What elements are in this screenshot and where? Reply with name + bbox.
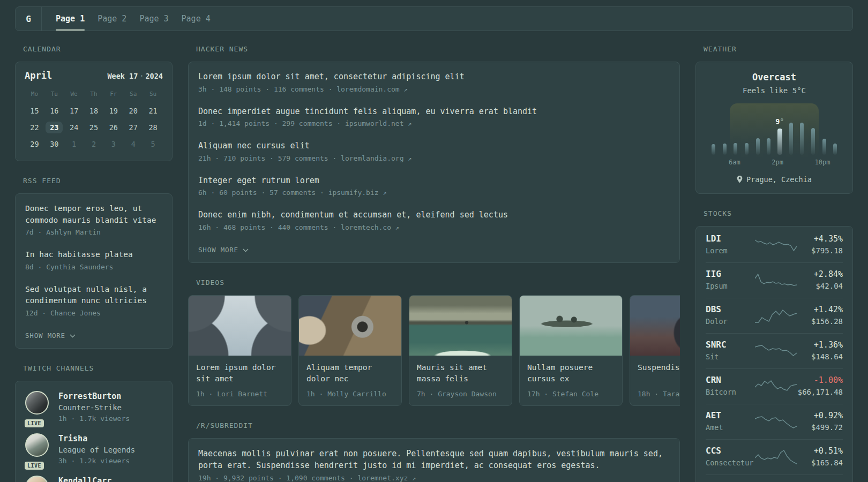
- dot-separator: ·: [139, 72, 144, 80]
- stock-sparkline: [755, 343, 797, 359]
- weather-bar: [756, 138, 760, 155]
- twitch-section-title: TWITCH CHANNELS: [23, 364, 173, 372]
- weather-bar-slot: 9°: [774, 106, 785, 155]
- weather-tick-label: 10pm: [815, 159, 830, 166]
- weekday-label: Mo: [25, 88, 44, 102]
- subreddit-section-title: /R/SUBREDDIT: [196, 421, 680, 430]
- stock-row[interactable]: LDILorem+4.35%$795.18: [706, 228, 843, 262]
- stock-change: +0.51%: [797, 446, 843, 456]
- twitch-widget: TWITCH CHANNELS LIVEForrestBurtonCounter…: [15, 364, 173, 482]
- news-item-title[interactable]: Lorem ipsum dolor sit amet, consectetur …: [198, 71, 670, 83]
- rss-item-title[interactable]: Sed volutpat nulla nisl, a condimentum n…: [25, 284, 162, 307]
- weather-bar-slot: [741, 106, 752, 155]
- page-tabs: Page 1Page 2Page 3Page 4: [42, 7, 211, 31]
- weather-bar-slot: [819, 106, 830, 155]
- news-item: Integer eget rutrum lorem6h · 60 points …: [198, 175, 670, 199]
- weather-bars: 9°: [708, 106, 841, 155]
- stock-sparkline: [755, 449, 797, 465]
- news-item: Aliquam nec cursus elit21h · 710 points …: [198, 140, 670, 164]
- stock-symbol: IIG: [706, 269, 755, 280]
- left-column: CALENDAR April Week 17·2024 MoTuWeThFrSa…: [15, 45, 173, 482]
- weather-bar: [833, 144, 837, 155]
- video-card[interactable]: Lorem ipsum dolor sit amet consectetu…1h…: [188, 295, 291, 406]
- chevron-down-wrap: [70, 332, 76, 340]
- news-item-title[interactable]: Integer eget rutrum lorem: [198, 175, 670, 187]
- nav-tab-page-4[interactable]: Page 4: [182, 7, 211, 31]
- weekday-label: Su: [143, 88, 163, 102]
- stock-name: Sit: [706, 351, 755, 362]
- weather-section-title: WEATHER: [704, 45, 853, 53]
- twitch-avatar: [25, 391, 49, 415]
- weather-bar-slot: [752, 106, 764, 155]
- calendar-section-title: CALENDAR: [23, 45, 173, 53]
- stock-name: Lorem: [706, 245, 755, 256]
- rss-item-title[interactable]: Donec tempor eros leo, ut commodo mauris…: [25, 203, 162, 226]
- video-thumbnail-canoe: [520, 296, 622, 356]
- weekday-label: Th: [84, 88, 104, 102]
- weather-condition: Overcast: [707, 72, 842, 82]
- video-meta: 18h · Tara: [638, 390, 680, 398]
- twitch-avatar-wrap: [25, 476, 50, 482]
- stock-sparkline: [755, 378, 797, 394]
- stock-row[interactable]: CRNBitcorn-1.00%$66,171.48: [706, 368, 843, 404]
- video-card-body: Aliquam tempor dolor nec pharetra…1h · M…: [299, 356, 401, 405]
- post-title[interactable]: Maecenas mollis pulvinar erat non posuer…: [198, 448, 670, 471]
- app-logo[interactable]: G: [16, 7, 42, 31]
- weather-bar-slot: [763, 106, 774, 155]
- stock-values: +1.36%$148.64: [797, 340, 843, 362]
- calendar-day: 29: [25, 135, 44, 152]
- hackernews-section-title: HACKER NEWS: [196, 45, 680, 53]
- stock-row[interactable]: DBSDolor+1.42%$156.28: [706, 298, 843, 333]
- weather-bar: [712, 144, 715, 155]
- stock-values: +1.42%$156.28: [797, 304, 843, 327]
- degree-symbol: °: [780, 117, 784, 126]
- nav-tab-page-1[interactable]: Page 1: [56, 7, 85, 31]
- weather-tick-label: [804, 159, 815, 166]
- show-more-label: SHOW MORE: [198, 246, 238, 254]
- stock-row[interactable]: AETAmet+0.92%$499.72: [706, 404, 843, 439]
- weather-chart: 9° 6am2pm10pm: [708, 106, 841, 166]
- weather-bar: [822, 139, 826, 155]
- channel-meta: 1h · 1.7k viewers: [58, 413, 130, 424]
- twitch-channel-row[interactable]: LIVEForrestBurtonCounter-Strike1h · 1.7k…: [25, 391, 162, 424]
- stock-row[interactable]: CCSConsectetur+0.51%$165.84: [706, 439, 843, 475]
- calendar-day: 5: [143, 135, 163, 152]
- calendar-day: 30: [44, 135, 64, 152]
- show-more-button[interactable]: SHOW MORE: [198, 246, 249, 254]
- weather-tick-label: [794, 159, 805, 166]
- stock-id: CCSConsectetur: [706, 446, 755, 468]
- channel-name: KendallCarr: [58, 476, 111, 482]
- video-title: Lorem ipsum dolor sit amet consectetu…: [196, 362, 283, 385]
- calendar-day: 27: [123, 119, 143, 135]
- stock-symbol: SNRC: [706, 340, 755, 350]
- channel-name: Trisha: [58, 434, 135, 444]
- nav-tab-page-3[interactable]: Page 3: [139, 7, 168, 31]
- show-more-button[interactable]: SHOW MORE: [25, 332, 76, 340]
- stock-row[interactable]: SNRCSit+1.36%$148.64: [706, 333, 843, 368]
- twitch-channel-row[interactable]: LIVETrishaLeague of Legends3h · 1.2k vie…: [25, 433, 162, 466]
- video-card[interactable]: Nullam posuere cursus ex17h · Stefan Col…: [519, 295, 623, 406]
- video-card[interactable]: Suspendisse diam18h · Tara: [630, 295, 680, 406]
- twitch-channel-row[interactable]: KendallCarr: [25, 476, 162, 482]
- stock-price: $795.18: [797, 245, 843, 256]
- stock-sparkline: [755, 413, 797, 430]
- external-link-icon: ↗: [412, 475, 416, 482]
- stock-row[interactable]: IIGIpsum+2.84%$42.04: [706, 262, 843, 298]
- rss-item-title[interactable]: In hac habitasse platea: [25, 249, 162, 261]
- stocks-widget: STOCKS LDILorem+4.35%$795.18IIGIpsum+2.8…: [695, 209, 853, 482]
- external-link-icon: ↗: [408, 155, 411, 162]
- nav-tab-page-2[interactable]: Page 2: [98, 7, 126, 31]
- news-item: Donec imperdiet augue tincidunt felis al…: [198, 106, 670, 130]
- news-item-title[interactable]: Donec imperdiet augue tincidunt felis al…: [198, 106, 670, 118]
- stock-row[interactable]: AHS+0.46%: [706, 475, 843, 482]
- video-card[interactable]: Mauris sit amet massa felis7h · Grayson …: [409, 295, 512, 406]
- stock-symbol: CRN: [706, 375, 755, 386]
- channel-game: Counter-Strike: [58, 402, 130, 413]
- news-item-title[interactable]: Aliquam nec cursus elit: [198, 140, 670, 152]
- weather-peak-label: 9°: [775, 117, 784, 126]
- live-badge: LIVE: [25, 462, 44, 470]
- video-card[interactable]: Aliquam tempor dolor nec pharetra…1h · M…: [298, 295, 402, 406]
- news-item-title[interactable]: Donec enim nibh, condimentum et accumsan…: [198, 209, 670, 221]
- show-more-label: SHOW MORE: [25, 332, 65, 340]
- video-card-body: Suspendisse diam18h · Tara: [630, 356, 680, 405]
